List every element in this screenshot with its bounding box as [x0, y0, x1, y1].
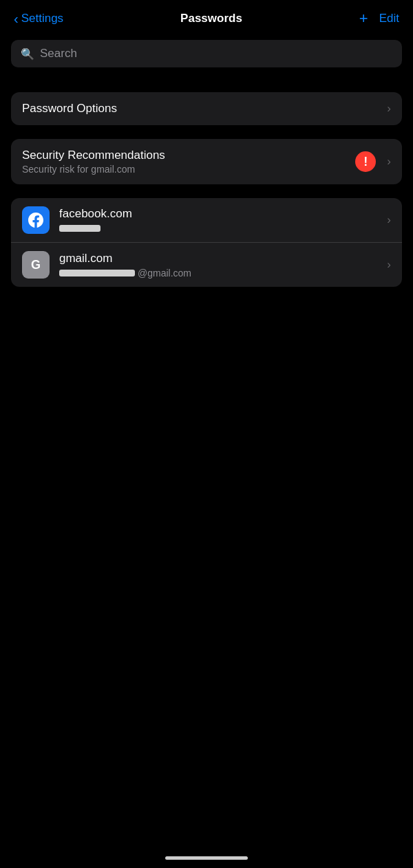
search-bar[interactable]: 🔍 Search — [11, 40, 402, 67]
password-options-section: Password Options › — [11, 92, 402, 125]
security-recommendations-item[interactable]: Security Recommendations Security risk f… — [11, 139, 402, 184]
security-recommendations-section: Security Recommendations Security risk f… — [11, 139, 402, 184]
password-options-title: Password Options — [22, 102, 117, 115]
gmail-password-item[interactable]: G gmail.com @gmail.com › — [11, 242, 402, 287]
security-content: Security Recommendations Security risk f… — [22, 149, 355, 175]
gmail-username: @gmail.com — [59, 268, 381, 279]
facebook-username — [59, 223, 381, 234]
page-title: Passwords — [180, 12, 242, 25]
gmail-site-label: gmail.com — [59, 252, 381, 265]
facebook-item-content: facebook.com — [59, 207, 381, 234]
security-subtitle: Security risk for gmail.com — [22, 164, 355, 175]
security-title: Security Recommendations — [22, 149, 355, 162]
gmail-suffix: @gmail.com — [138, 268, 191, 279]
gmail-app-icon: G — [22, 251, 50, 279]
password-options-content: Password Options — [22, 102, 381, 116]
facebook-site-label: facebook.com — [59, 207, 381, 221]
passwords-list: facebook.com › G gmail.com @gmail.com › — [11, 198, 402, 287]
gmail-username-redacted — [59, 270, 135, 276]
facebook-chevron: › — [387, 213, 391, 227]
search-container: 🔍 Search — [0, 34, 413, 78]
facebook-username-redacted — [59, 225, 100, 232]
back-button[interactable]: ‹ Settings — [14, 12, 63, 25]
nav-actions: + Edit — [359, 11, 399, 26]
add-password-button[interactable]: + — [359, 11, 368, 26]
gmail-chevron: › — [387, 258, 391, 272]
facebook-password-item[interactable]: facebook.com › — [11, 198, 402, 242]
back-label: Settings — [21, 12, 63, 25]
back-chevron-icon: ‹ — [14, 12, 19, 25]
password-options-chevron: › — [387, 102, 391, 116]
gmail-item-content: gmail.com @gmail.com — [59, 252, 381, 279]
search-input[interactable]: Search — [40, 47, 77, 61]
password-options-item[interactable]: Password Options › — [11, 92, 402, 125]
facebook-app-icon — [22, 206, 50, 234]
spacer-1 — [0, 78, 413, 92]
home-indicator — [165, 856, 248, 860]
navigation-bar: ‹ Settings Passwords + Edit — [0, 0, 413, 34]
security-chevron: › — [387, 155, 391, 169]
search-icon: 🔍 — [21, 47, 34, 61]
security-warning-icon: ! — [363, 155, 368, 168]
security-badge: ! — [355, 151, 376, 172]
edit-button[interactable]: Edit — [379, 12, 399, 25]
